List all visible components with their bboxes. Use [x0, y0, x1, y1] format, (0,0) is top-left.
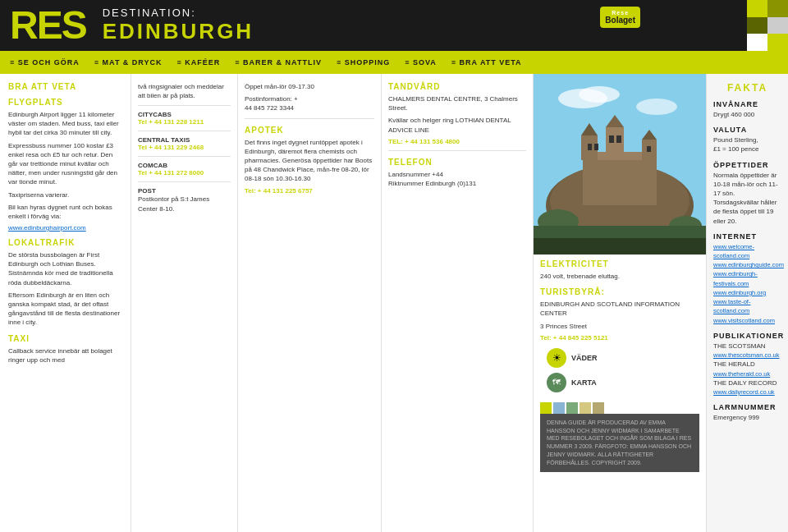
tandvard-text: Kvällar och helger ring LOTHIAN DENTAL A…	[388, 116, 526, 134]
svg-rect-16	[609, 135, 614, 143]
tandvard-subheading: CHALMERS DENTAL CENTRE, 3 Chalmers Stree…	[388, 94, 526, 112]
post-label: POST	[138, 187, 231, 195]
central-taxis-phone: Tel + 44 131 229 2468	[138, 144, 231, 151]
apotek-heading: APOTEK	[245, 126, 374, 135]
elektricitet-heading: ELEKTRICITET	[540, 259, 699, 268]
svg-point-2	[579, 86, 620, 103]
internet-link-2[interactable]: www.edinburgh-festivals.com	[713, 269, 781, 288]
telefon-text: Landsnummer +44Riktnummer Edinburgh (0)1…	[388, 170, 526, 188]
pub-record-name: THE DAILY RECORD	[713, 378, 781, 388]
internet-link-4[interactable]: www.taste-of-scotland.com	[713, 297, 781, 316]
brand-top: Rese	[612, 10, 629, 16]
copyright-box: DENNA GUIDE ÄR PRODUCERAD AV EMMA HANSSO…	[540, 414, 699, 472]
turistbyra-phone: Tel: + 44 845 225 5121	[540, 334, 699, 342]
pub-herald-name: THE HERALD	[713, 360, 781, 369]
vader-item[interactable]: ☀ VÄDER	[547, 348, 693, 368]
elektricitet-text: 240 volt, trebenade eluttag.	[540, 272, 699, 281]
svg-rect-17	[616, 135, 621, 143]
internet-heading: INTERNET	[713, 232, 781, 241]
sq6	[767, 34, 788, 51]
oppet-text: Postinformation: +44 845 722 3344	[245, 94, 374, 112]
divider3	[138, 156, 231, 157]
svg-point-3	[636, 99, 677, 115]
lokaltrafik-text: De största bussbolagen är First Edinburg…	[8, 250, 122, 287]
color-swatches	[540, 402, 699, 414]
sq2	[767, 0, 788, 17]
flygplats-text4: Bil kan hyras dygnet runt och bokas enke…	[8, 203, 122, 221]
city-name: EDINBURGH	[103, 19, 254, 44]
nav-bra-att-veta[interactable]: BRA ATT VETA	[451, 58, 522, 66]
col-apotek: Öppet mån-lör 09-17.30 Postinformation: …	[238, 74, 382, 532]
fakta-title: FAKTA	[713, 82, 781, 94]
taxi-heading: TAXI	[8, 334, 122, 343]
nav-kafeer[interactable]: KAFÉER	[177, 58, 221, 66]
publikationer-heading: PUBLIKATIONER	[713, 332, 781, 340]
karta-label: KARTA	[571, 378, 597, 387]
sq1	[747, 0, 767, 17]
internet-link-3[interactable]: www.edinburgh.org	[713, 288, 781, 297]
pub-scotsman-name: THE SCOTSMAN	[713, 342, 781, 351]
map-icon: 🗺	[547, 373, 566, 392]
pub-record-link[interactable]: www.dailyrecord.co.uk	[713, 388, 781, 397]
internet-link-1[interactable]: www.edinburghguide.com	[713, 260, 781, 269]
valuta-value: Pound Sterling,£1 = 100 pence	[713, 135, 781, 154]
flygplats-link[interactable]: www.edinburghairport.com	[8, 224, 122, 232]
nav-mat-dryck[interactable]: MAT & DRYCK	[94, 58, 163, 66]
nav-barer[interactable]: BARER & NATTLIV	[235, 58, 322, 66]
swatch-2	[553, 402, 565, 414]
pub-herald-link[interactable]: www.theherald.co.uk	[713, 369, 781, 378]
sun-icon: ☀	[547, 348, 566, 368]
taxi-cont-text: två ringsignaler och meddelar att bilen …	[138, 82, 231, 100]
svg-rect-22	[534, 238, 706, 255]
comcab-phone: Tel + 44 131 272 8000	[138, 169, 231, 177]
tandvard-phone: TEL: + 44 131 536 4800	[388, 138, 526, 145]
header-title: DESTINATION: EDINBURGH	[103, 7, 254, 44]
divider2	[138, 131, 231, 131]
central-taxis-label: CENTRAL TAXIS	[138, 136, 231, 144]
nav-se-och-gora[interactable]: SE OCH GÖRA	[10, 58, 80, 66]
flygplats-text: Edinburgh Airport ligger 11 kilometer vä…	[8, 110, 122, 138]
destination-label: DESTINATION:	[103, 7, 254, 19]
apotek-text: Det finns inget dygnet runtöppet apotek …	[245, 138, 374, 184]
tandvard-heading: TANDVÅRD	[388, 82, 526, 91]
col-taxi-info: två ringsignaler och meddelar att bilen …	[131, 74, 238, 532]
logo: RES	[10, 6, 86, 45]
lokaltrafik-text2: Eftersom Edinburgh är en liten och gansk…	[8, 291, 122, 328]
invånare-value: Drygt 460 000	[713, 110, 781, 119]
brand-logo: Rese Bolaget	[600, 7, 640, 28]
internet-link-5[interactable]: www.visitscotland.com	[713, 316, 781, 325]
apotek-phone: Tel: + 44 131 225 6757	[245, 187, 374, 195]
swatch-1	[540, 402, 552, 414]
svg-rect-10	[606, 127, 624, 160]
divider6	[388, 150, 526, 151]
col-tandvard: TANDVÅRD CHALMERS DENTAL CENTRE, 3 Chalm…	[382, 74, 534, 532]
divider5	[245, 118, 374, 119]
flygplats-text3: Taxipriserna varierar.	[8, 190, 122, 200]
internet-link-0[interactable]: www.welcome-scotland.com	[713, 242, 781, 261]
comcab-label: COMCAB	[138, 162, 231, 169]
nav-shopping[interactable]: SHOPPING	[337, 58, 390, 66]
swatch-5	[593, 402, 604, 414]
nav-bar: SE OCH GÖRA MAT & DRYCK KAFÉER BARER & N…	[0, 51, 788, 74]
col-image-info: ELEKTRICITET 240 volt, trebenade eluttag…	[534, 74, 706, 532]
vader-label: VÄDER	[571, 354, 598, 362]
elec-turist-section: ELEKTRICITET 240 volt, trebenade eluttag…	[534, 255, 706, 532]
post-text: Postkontor på S:t James Center 8-10.	[138, 195, 231, 213]
flygplats-text2: Expressbuss nummer 100 kostar £3 enkel r…	[8, 141, 122, 187]
nav-sova[interactable]: SOVA	[405, 58, 437, 66]
pub-scotsman-link[interactable]: www.thescotsman.co.uk	[713, 351, 781, 360]
sq4	[767, 17, 788, 34]
larmnummer-value: Emergency 999	[713, 413, 781, 422]
col-fakta: FAKTA INVÅNARE Drygt 460 000 VALUTA Poun…	[706, 74, 788, 532]
oppet-heading: Öppet mån-lör 09-17.30	[245, 82, 374, 91]
brand-bottom: Bolaget	[605, 16, 635, 25]
svg-rect-15	[594, 144, 598, 150]
main-content: BRA ATT VETA FLYGPLATS Edinburgh Airport…	[0, 74, 788, 532]
divider1	[138, 105, 231, 106]
svg-rect-6	[583, 156, 657, 205]
oppettider-heading: ÖPPETTIDER	[713, 161, 781, 169]
telefon-heading: TELEFON	[388, 158, 526, 167]
karta-item[interactable]: 🗺 KARTA	[547, 373, 693, 392]
city-image	[534, 74, 706, 255]
header: RES DESTINATION: EDINBURGH Rese Bolaget	[0, 0, 788, 51]
